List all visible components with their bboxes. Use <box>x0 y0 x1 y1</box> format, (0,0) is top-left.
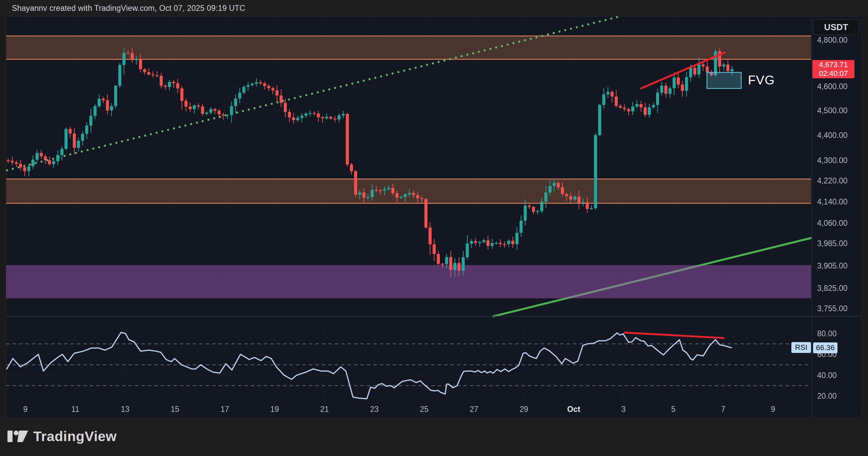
candle <box>545 193 548 202</box>
candle <box>586 202 589 209</box>
axis-label[interactable]: 29 <box>519 405 528 414</box>
candle <box>296 118 299 120</box>
candle <box>391 188 394 193</box>
candle <box>333 119 336 120</box>
candle <box>404 194 407 197</box>
axis-label[interactable]: 3 <box>622 405 626 414</box>
axis-label[interactable]: 4,600.00 <box>817 82 848 91</box>
axis-label[interactable]: 15 <box>171 405 179 414</box>
axis-label[interactable]: 4,060.00 <box>817 219 848 227</box>
candle <box>511 241 514 244</box>
candle <box>697 64 701 75</box>
tradingview-logo-icon <box>7 430 28 443</box>
candle <box>445 257 448 264</box>
candle <box>329 117 332 119</box>
candle <box>457 263 460 271</box>
axis-label[interactable]: 3,825.00 <box>817 284 848 293</box>
tradingview-logo[interactable]: TradingView <box>7 429 117 444</box>
axis-label[interactable]: 21 <box>320 405 329 414</box>
axis-label[interactable]: 13 <box>121 405 130 414</box>
rsi-indicator-label[interactable]: RSI <box>791 342 811 353</box>
axis-label[interactable]: 4,400.00 <box>817 131 848 140</box>
axis-label[interactable]: 4,300.00 <box>817 156 848 165</box>
axis-label[interactable]: 23 <box>370 405 379 414</box>
quote-currency-button[interactable]: USDT <box>813 19 859 35</box>
candle <box>143 69 146 72</box>
fvg-box[interactable] <box>707 72 741 88</box>
candle <box>722 64 725 66</box>
candle <box>139 59 142 70</box>
candle <box>631 106 634 111</box>
candle <box>702 64 705 66</box>
candle <box>156 75 159 76</box>
candle <box>214 109 217 111</box>
axis-label[interactable]: 40.00 <box>817 371 837 380</box>
axis-label[interactable]: 25 <box>420 405 429 414</box>
axis-label[interactable]: 9 <box>771 405 775 414</box>
rsi-value-badge: 66.36 <box>813 342 837 353</box>
candle <box>470 241 473 243</box>
candle <box>52 161 55 164</box>
price-chart[interactable]: 4,800.004,700.004,600.004,500.004,400.00… <box>0 0 868 456</box>
candle <box>205 113 208 114</box>
candle <box>491 243 494 246</box>
candle <box>669 88 672 94</box>
candle <box>15 162 18 164</box>
candle <box>499 243 502 244</box>
candle <box>218 111 221 115</box>
axis-label[interactable]: 20.00 <box>817 392 837 400</box>
candle <box>519 221 522 233</box>
candle <box>416 195 419 198</box>
axis-label[interactable]: 80.00 <box>817 329 837 338</box>
candle <box>383 189 386 191</box>
candle <box>590 208 593 209</box>
axis-label[interactable]: 3,985.00 <box>817 239 848 248</box>
axis-label[interactable]: 11 <box>71 405 79 414</box>
axis-label[interactable]: 4,220.00 <box>817 176 848 185</box>
candle <box>255 82 258 84</box>
candle <box>276 91 279 96</box>
candle <box>515 233 518 244</box>
candle <box>201 106 204 114</box>
candle <box>11 161 14 162</box>
candle <box>280 96 283 103</box>
axis-label[interactable]: 19 <box>270 405 279 414</box>
candle <box>487 240 490 246</box>
candle <box>160 76 163 86</box>
candle <box>48 160 51 164</box>
axis-label[interactable]: 5 <box>671 405 676 414</box>
candle <box>60 149 63 155</box>
axis-label[interactable]: 4,800.00 <box>817 36 848 44</box>
candle <box>238 93 241 98</box>
candle <box>449 257 452 270</box>
candle <box>350 164 353 171</box>
axis-label[interactable]: 27 <box>470 405 478 414</box>
candle <box>242 87 245 93</box>
axis-label[interactable]: 4,140.00 <box>817 197 848 206</box>
axis-label[interactable]: 9 <box>23 405 28 414</box>
candle <box>226 115 229 116</box>
axis-label[interactable]: 3,905.00 <box>817 261 848 270</box>
axis-label[interactable]: Oct <box>567 405 580 414</box>
candle <box>685 77 688 91</box>
candle <box>19 164 22 167</box>
candle <box>619 106 622 107</box>
axis-label[interactable]: 3,755.00 <box>817 304 848 313</box>
candle <box>184 101 188 106</box>
axis-label[interactable]: 17 <box>220 405 229 414</box>
candle <box>98 99 101 106</box>
candle <box>321 117 324 118</box>
candle <box>400 197 403 198</box>
axis-label[interactable]: 4,500.00 <box>817 106 848 115</box>
candle <box>7 160 10 161</box>
candle <box>420 198 423 199</box>
candle <box>131 53 134 60</box>
candle <box>553 183 556 186</box>
candle <box>73 134 76 148</box>
candle <box>44 156 47 160</box>
candle <box>594 135 597 208</box>
candle <box>441 264 444 265</box>
candle <box>652 105 655 107</box>
candle <box>540 202 543 211</box>
axis-label[interactable]: 7 <box>721 405 726 414</box>
